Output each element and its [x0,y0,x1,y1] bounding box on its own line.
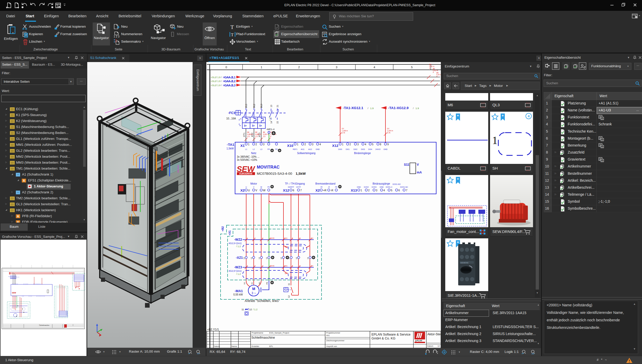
svg-text:DI04: DI04 [368,148,372,150]
svg-text:SH: SH [311,265,313,267]
svg-text:4: 4 [429,67,430,69]
svg-text:1: 1 [248,143,250,146]
svg-text:1.9: 1.9 [415,107,419,110]
svg-text:4: 4 [374,66,375,69]
svg-text:6: 6 [398,189,400,192]
svg-text:/: / [221,76,222,79]
svg-text:5: 5 [292,237,293,239]
svg-text:M: M [252,287,255,291]
svg-text:DO01-C: DO01-C [386,186,392,188]
svg-text:BK: BK [429,64,432,65]
svg-text:2: 2 [368,189,370,192]
svg-text:4: 4 [436,75,437,77]
svg-text:6: 6 [300,237,301,239]
svg-text:U: U [248,189,250,192]
svg-text:I>: I> [252,124,254,127]
svg-text:001: 001 [326,334,330,337]
svg-text:L2: L2 [253,148,255,150]
svg-text:6: 6 [300,265,301,267]
svg-text:DI05TF: DI05TF [288,186,294,188]
svg-text:2,5: 2,5 [263,135,265,137]
svg-text:L1: L1 [245,148,247,150]
svg-text:8: 8 [380,143,381,146]
svg-text:/ 1.2: / 1.2 [236,273,241,275]
svg-text:1 2 3: 1 2 3 [114,35,120,38]
svg-text:2: 2 [254,237,256,239]
svg-text:V1: V1 [251,282,253,284]
svg-text:4: 4 [319,143,321,146]
svg-text:-R: -R [328,186,330,188]
svg-text:Schleifmaschine: Schleifmaschine [40,324,49,326]
svg-text:1: 1 [297,143,298,146]
svg-text:2: 2 [254,265,256,267]
svg-text:+B2.Y1/1: +B2.Y1/1 [207,328,219,331]
svg-text:1.9: 1.9 [370,107,374,110]
svg-text:W1: W1 [259,282,260,284]
svg-text:Ersteller: Ersteller [252,345,259,347]
svg-text:GNYE: GNYE [270,265,275,267]
svg-text:1: 1 [361,189,362,192]
svg-text:Antrieb "Schleifen, links": Antrieb "Schleifen, links" [245,299,280,303]
svg-text:3: 3 [312,143,313,146]
svg-text:T: T [231,32,234,37]
svg-text:12: 12 [243,257,245,259]
svg-text:DI03: DI03 [361,148,365,150]
svg-text:DI00: DI00 [338,148,342,150]
svg-text:TF- / TH-Eingang: TF- / TH-Eingang [285,182,305,185]
svg-text:SH1: SH1 [285,272,288,274]
svg-text:-WE1-4: -WE1-4 [266,128,274,131]
svg-text:EURODRIVE: EURODRIVE [239,172,253,175]
svg-text:4G2,5+(2x1): 4G2,5+(2x1) [229,270,242,272]
svg-text:22: 22 [276,121,279,124]
svg-text:DO02: DO02 [364,186,369,188]
svg-text:14: 14 [270,121,273,124]
svg-text:1,5kW: 1,5kW [296,172,306,176]
svg-text:BK: BK [255,131,258,133]
svg-text:V: V [253,186,254,188]
svg-text:T: T [230,24,234,30]
svg-text:0,42 m: 0,42 m [436,74,441,75]
svg-text:GND: GND [316,148,320,150]
svg-text:12: 12 [288,295,290,298]
svg-text:18: 18 [296,257,297,259]
svg-text:PE: PE [275,148,278,150]
svg-text:2: 2 [256,143,257,146]
svg-text:BK: BK [436,72,439,74]
svg-text:V: V [256,189,257,192]
svg-text:V: V [417,163,419,166]
svg-text:GmbH & Co. KG: GmbH & Co. KG [371,337,395,340]
svg-text:0,881 m: 0,881 m [255,133,261,135]
svg-text:VOTF: VOTF [296,186,301,188]
svg-text:5: 5 [391,189,392,192]
svg-text:3x 380VAC -10% ...: 3x 380VAC -10% ... [237,155,259,158]
svg-text:DI02: DI02 [354,148,358,150]
svg-text:Binärausgänge: Binärausgänge [373,182,390,185]
svg-text:+X1: +X1 [228,230,231,236]
svg-text:=GL2/ 1.9: =GL2/ 1.9 [211,76,221,79]
svg-text:-WZ3: -WZ3 [234,266,242,269]
svg-text:U: U [245,186,247,188]
svg-text:0,42 m: 0,42 m [429,65,434,67]
svg-text:2: 2 [304,143,306,146]
svg-text:-WZ2: -WZ2 [234,238,242,241]
svg-text:12: 12 [437,345,440,347]
svg-text:3: 3 [262,265,263,267]
svg-text:Sollwerteingang: Sollwerteingang [297,152,315,155]
svg-text:SIEMENS: SIEMENS [460,262,469,264]
svg-text:3: 3 [263,143,265,146]
svg-text:-MA1: -MA1 [235,289,243,293]
svg-text:4: 4 [383,189,385,192]
svg-text:/: / [221,80,222,82]
svg-text:REF1: REF1 [293,148,297,150]
svg-text:DO01-NC: DO01-NC [400,186,408,188]
svg-text:X2: X2 [315,188,320,192]
svg-text:SH1: SH1 [284,237,288,239]
svg-text:S11: S11 [404,163,409,166]
svg-text:-TA1: -TA1 [227,143,234,147]
svg-text:1,204 m: 1,204 m [387,130,393,132]
svg-text:=GL2/ 1.9: =GL2/ 1.9 [211,84,221,87]
svg-text:PE: PE [267,148,270,150]
svg-text:W: W [263,189,266,192]
svg-text:MOVITRAC: MOVITRAC [257,165,280,169]
svg-text:X13: X13 [351,188,357,192]
